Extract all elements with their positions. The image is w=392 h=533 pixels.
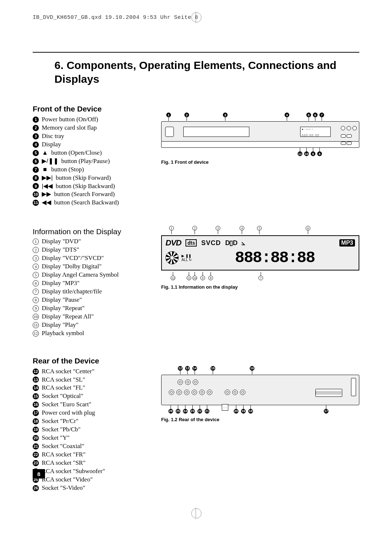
bullet-outline-icon: 5 <box>33 272 39 278</box>
item-text: Socket "Pr/Cr" <box>42 417 78 426</box>
item-text: RCA socket "SL" <box>42 376 85 384</box>
list-item: 15Socket "Optical" <box>33 392 149 400</box>
bullet-outline-icon: 8 <box>33 297 39 303</box>
list-item: 4Display <box>33 141 149 149</box>
front-item-list: 1Power button (On/Off)2Memory card slot … <box>33 115 149 207</box>
rear-heading: Rear of the Device <box>33 357 149 365</box>
lead-line-icon <box>319 148 320 151</box>
callout: 7 <box>319 113 324 121</box>
callout: 11 <box>298 148 302 156</box>
item-text: Memory card slot flap <box>42 124 97 132</box>
front-callouts-top: 1234567 <box>161 113 359 121</box>
bullet-solid-icon: 13 <box>33 377 39 383</box>
symbol-icon: ▶/❚❚ <box>42 157 58 166</box>
list-item: 6▶/❚❚button (Play/Pause) <box>33 157 149 166</box>
lead-line-icon <box>180 371 180 374</box>
list-item: 16Socket "Euro Scart" <box>33 400 149 409</box>
callout: 24 <box>183 405 188 414</box>
callout: 20 <box>234 405 238 414</box>
bullet-outline-icon: 3 <box>33 255 39 261</box>
bullet-solid-icon: 26 <box>33 485 39 491</box>
list-item: 12RCA socket "Center" <box>33 367 149 376</box>
bullet-solid-icon: 1 <box>33 117 39 123</box>
display-callouts-bottom: 121110987 <box>161 272 359 281</box>
callout: 16 <box>250 366 254 374</box>
bullet-solid-icon: 9 <box>33 183 39 189</box>
rear-fig-caption: Fig. 1.2 Rear of the device <box>161 417 359 422</box>
callout: 2 <box>192 226 197 234</box>
list-item: 2Memory card slot flap <box>33 124 149 132</box>
bullet-solid-icon: 20 <box>33 435 39 441</box>
lead-line-icon <box>259 231 260 234</box>
list-item: 7■ button (Stop) <box>33 166 149 174</box>
callout-number-solid-icon: 6 <box>313 113 318 117</box>
list-item: 23RCA socket "SR" <box>33 459 149 467</box>
callout-number-solid-icon: 5 <box>306 113 311 117</box>
rear-item-list: 12RCA socket "Center"13RCA socket "SL"14… <box>33 367 149 492</box>
list-item: 21Socket "Coaxial" <box>33 442 149 451</box>
callout: 21 <box>205 405 209 414</box>
callout-number-outline-icon: 2 <box>192 226 197 231</box>
callout-number-solid-icon: 10 <box>304 151 309 156</box>
bullet-solid-icon: 17 <box>33 410 39 416</box>
callout: 22 <box>197 405 202 414</box>
item-text: button (Search Forward) <box>54 190 115 199</box>
list-item: 6Display "MP3" <box>33 279 149 288</box>
callout: 5 <box>306 113 311 121</box>
callout-number-solid-icon: 21 <box>205 409 209 414</box>
item-text: RCA socket "Subwoofer" <box>42 467 105 476</box>
bullet-solid-icon: 8 <box>33 175 39 181</box>
playback-spin-icon <box>166 251 179 264</box>
bullet-solid-icon: 15 <box>33 393 39 399</box>
lead-line-icon <box>287 117 287 121</box>
list-item: 26Socket "S-Video" <box>33 484 149 492</box>
bullet-solid-icon: 16 <box>33 402 39 408</box>
callout: 17 <box>324 405 328 414</box>
lead-line-icon <box>306 148 307 151</box>
bullet-solid-icon: 11 <box>33 200 39 206</box>
item-text: Socket "S-Video" <box>42 484 85 492</box>
item-text: Display "DVD" <box>42 237 81 246</box>
symbol-icon: ▶▶ <box>42 190 51 199</box>
bullet-solid-icon: 7 <box>33 167 39 173</box>
header-rule <box>33 52 359 53</box>
bullet-solid-icon: 2 <box>33 125 39 131</box>
list-item: 1Display "DVD" <box>33 237 149 246</box>
lead-line-icon <box>313 148 313 151</box>
item-text: Socket "Pb/Cb" <box>42 426 81 434</box>
lead-line-icon <box>173 272 173 276</box>
callout: 15 <box>211 366 215 374</box>
callout: 6 <box>313 113 318 121</box>
list-item: 11Display "Play" <box>33 321 149 329</box>
callout-number-outline-icon: 11 <box>187 276 191 280</box>
item-text: Power button (On/Off) <box>42 115 98 124</box>
item-text: Display "Repeat All" <box>42 313 94 321</box>
display-section: Information on the Display 1Display "DVD… <box>33 217 359 337</box>
bullet-solid-icon: 10 <box>33 191 39 198</box>
lead-line-icon <box>326 405 326 409</box>
device-rear-body: ⋮⋮ <box>161 375 359 405</box>
mp3-indicator-icon: MP3 <box>339 239 355 247</box>
list-item: 24RCA socket "Subwoofer" <box>33 467 149 476</box>
callout: 4 <box>285 113 289 121</box>
callout: 13 <box>185 366 190 374</box>
callout: 8 <box>208 272 213 280</box>
list-item: 5▲ button (Open/Close) <box>33 149 149 157</box>
lead-line-icon <box>261 272 261 276</box>
lead-line-icon <box>171 231 172 234</box>
callout: 6 <box>306 226 310 234</box>
dvd-indicator-icon: DVD <box>166 238 181 248</box>
power-cord-icon <box>351 378 356 396</box>
display-diagram: 123456 DVD dts SVCD D▯D ⦣ MP3 ▶ ❚❚ ALL ↻… <box>161 226 359 281</box>
callout: 8 <box>317 148 322 156</box>
front-heading: Front of the Device <box>33 105 149 113</box>
callout-number-solid-icon: 19 <box>241 409 246 414</box>
symbol-icon: |◀◀ <box>42 182 53 191</box>
item-text: RCA socket "Center" <box>42 367 94 376</box>
callout-number-solid-icon: 14 <box>192 366 197 371</box>
rear-section: Rear of the Device 12RCA socket "Center"… <box>33 350 359 492</box>
lead-line-icon <box>195 371 195 374</box>
lead-line-icon <box>195 231 195 234</box>
scart-socket-icon <box>315 389 342 397</box>
callout: 26 <box>168 405 173 414</box>
